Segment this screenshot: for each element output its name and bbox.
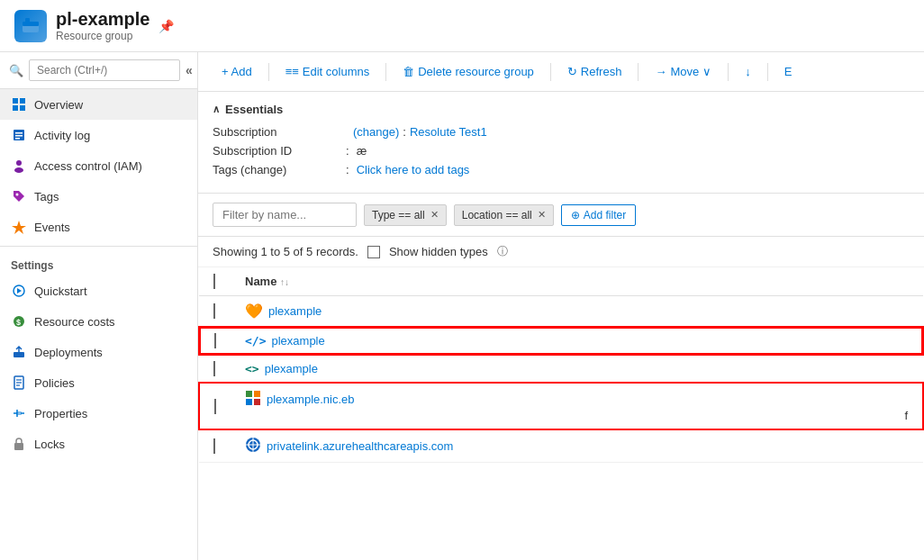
resource-subtitle: Resource group: [56, 30, 149, 42]
sidebar-item-events[interactable]: Events: [0, 212, 197, 242]
table-row: </> plexample: [199, 327, 923, 355]
properties-icon: [11, 405, 27, 421]
type-filter-tag[interactable]: Type == all ✕: [364, 204, 447, 226]
resource-name-link[interactable]: plexample.nic.eb: [245, 390, 908, 409]
add-filter-button[interactable]: ⊕ Add filter: [561, 204, 636, 226]
row-name-cell: <> plexample: [231, 355, 923, 383]
toolbar-separator-4: [638, 63, 639, 81]
sidebar-item-label-events: Events: [34, 221, 70, 234]
row-checkbox[interactable]: [214, 399, 216, 414]
row-checkbox[interactable]: [213, 361, 215, 376]
sidebar-item-label-locks: Locks: [34, 438, 65, 451]
toolbar-separator-2: [385, 63, 386, 81]
svg-point-12: [14, 167, 23, 173]
sidebar-item-deployments[interactable]: Deployments: [0, 337, 197, 367]
sidebar-item-label-quickstart: Quickstart: [34, 285, 87, 298]
sidebar-item-access-control[interactable]: Access control (IAM): [0, 150, 197, 181]
essentials-chevron-icon[interactable]: ∧: [213, 104, 220, 115]
svg-point-13: [16, 194, 19, 196]
top-bar: pl-example Resource group 📌: [0, 0, 924, 52]
row-suffix: f: [904, 409, 908, 422]
table-row: plexample.nic.eb f: [199, 383, 923, 429]
activity-log-icon: [11, 127, 27, 143]
row-checkbox[interactable]: [213, 303, 215, 319]
svg-rect-24: [14, 443, 23, 450]
subscription-value[interactable]: Resolute Test1: [410, 125, 487, 139]
sidebar-item-resource-costs[interactable]: $ Resource costs: [0, 306, 197, 337]
tags-value[interactable]: Click here to add tags: [357, 163, 470, 176]
svg-rect-10: [15, 138, 20, 140]
search-icon: 🔍: [9, 64, 23, 77]
svg-text:$: $: [16, 318, 21, 327]
table-row: 🧡 plexample: [199, 296, 923, 328]
export-button[interactable]: E: [775, 59, 802, 84]
quickstart-icon: [11, 283, 27, 299]
sidebar-item-policies[interactable]: Policies: [0, 367, 197, 398]
toolbar-separator-1: [268, 63, 269, 81]
collapse-button[interactable]: «: [186, 63, 193, 77]
edit-columns-button[interactable]: ≡≡ Edit columns: [276, 59, 379, 84]
svg-rect-26: [254, 391, 260, 397]
select-all-checkbox[interactable]: [213, 274, 215, 289]
resource-name-link[interactable]: privatelink.azurehealthcareapis.com: [245, 437, 909, 456]
locks-icon: [11, 436, 27, 452]
move-button[interactable]: → Move ∨: [646, 59, 720, 84]
tags-label: Tags (change): [213, 163, 339, 176]
location-filter-tag[interactable]: Location == all ✕: [454, 204, 554, 226]
refresh-button[interactable]: ↻ Refresh: [558, 59, 631, 84]
subscription-row: Subscription (change) : Resolute Test1: [213, 125, 910, 139]
resource-title: pl-example: [56, 9, 149, 30]
resource-icon-grid-green: [245, 390, 261, 409]
deployments-icon: [11, 344, 27, 360]
add-filter-icon: ⊕: [571, 209, 580, 221]
sidebar-item-overview[interactable]: Overview: [0, 89, 197, 120]
search-bar: 🔍 «: [0, 52, 197, 89]
show-hidden-checkbox[interactable]: [367, 246, 380, 258]
sidebar-item-properties[interactable]: Properties: [0, 398, 197, 429]
sidebar-item-locks[interactable]: Locks: [0, 429, 197, 459]
svg-rect-3: [13, 98, 18, 104]
search-input[interactable]: [29, 59, 180, 81]
download-button[interactable]: ↓: [736, 59, 760, 84]
show-hidden-label: Show hidden types: [389, 245, 488, 258]
resource-name-link[interactable]: 🧡 plexample: [245, 303, 909, 320]
svg-rect-9: [15, 135, 23, 137]
delete-icon: 🗑: [403, 65, 414, 78]
type-filter-remove-icon[interactable]: ✕: [430, 209, 439, 221]
refresh-icon: ↻: [567, 65, 577, 78]
info-icon: ⓘ: [497, 244, 508, 259]
add-button[interactable]: + Add: [213, 59, 261, 84]
sort-icon[interactable]: ↑↓: [280, 277, 289, 287]
svg-rect-23: [16, 411, 22, 415]
sidebar-item-label-tags: Tags: [34, 190, 59, 203]
resource-icon-brackets-teal: <>: [245, 362, 259, 375]
row-checkbox[interactable]: [213, 438, 215, 454]
svg-rect-27: [246, 399, 252, 405]
essentials-header: ∧ Essentials: [213, 103, 910, 116]
sidebar-item-quickstart[interactable]: Quickstart: [0, 275, 197, 306]
main-content: + Add ≡≡ Edit columns 🗑 Delete resource …: [198, 52, 924, 560]
toolbar-separator-6: [767, 63, 768, 81]
delete-button[interactable]: 🗑 Delete resource group: [394, 59, 543, 84]
sidebar-item-tags[interactable]: Tags: [0, 181, 197, 212]
policies-icon: [11, 375, 27, 391]
svg-rect-1: [23, 22, 39, 26]
sidebar-item-activity-log[interactable]: Activity log: [0, 120, 197, 150]
location-filter-remove-icon[interactable]: ✕: [538, 209, 546, 221]
sidebar-divider: [0, 246, 197, 247]
row-checkbox[interactable]: [214, 333, 216, 348]
resource-table: Name ↑↓ 🧡 plexample: [198, 267, 924, 463]
row-name-cell: 🧡 plexample: [231, 296, 923, 328]
sidebar: 🔍 « Overview Activity log Access control…: [0, 52, 198, 560]
subscription-change-link[interactable]: (change): [353, 125, 399, 139]
pin-icon[interactable]: 📌: [159, 19, 174, 33]
resource-name-link[interactable]: <> plexample: [245, 362, 909, 375]
tags-row: Tags (change) : Click here to add tags: [213, 163, 910, 176]
filter-name-input[interactable]: [213, 203, 357, 227]
resource-icon-dns-blue: [245, 437, 261, 456]
row-name-cell: privatelink.azurehealthcareapis.com: [231, 429, 923, 463]
sidebar-item-label-deployments: Deployments: [34, 346, 103, 359]
resource-name-link[interactable]: </> plexample: [245, 334, 908, 348]
resource-icon-heart: 🧡: [245, 303, 263, 320]
toolbar-separator-3: [550, 63, 551, 81]
